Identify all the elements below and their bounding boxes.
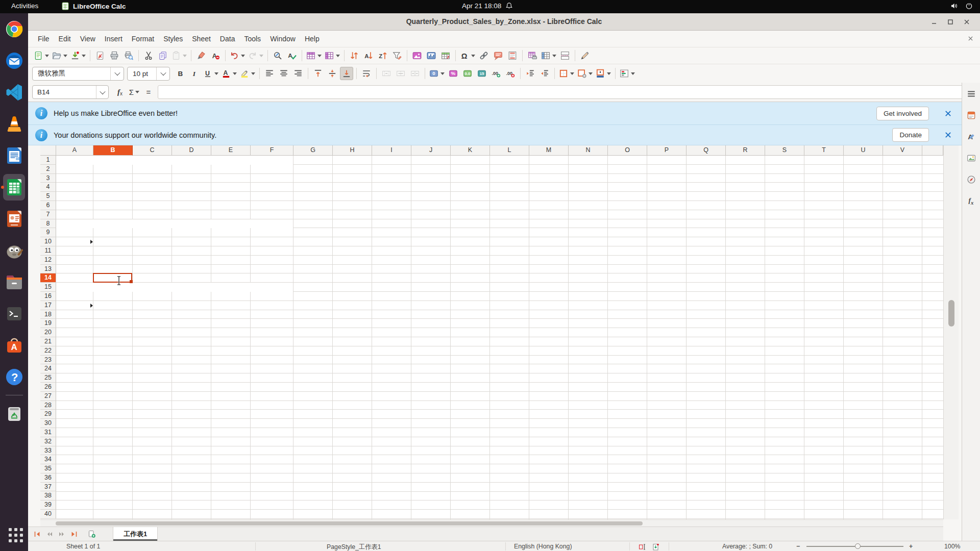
menu-edit[interactable]: Edit — [54, 32, 76, 45]
cell-E17[interactable] — [211, 301, 250, 310]
align-left-button[interactable] — [263, 67, 276, 80]
menu-insert[interactable]: Insert — [100, 32, 127, 45]
redo-dropdown-icon[interactable] — [259, 55, 263, 57]
active-cell-cursor[interactable] — [93, 273, 132, 283]
column-header-R[interactable]: R — [726, 145, 765, 156]
cell-C16[interactable] — [133, 292, 172, 301]
row-header-12[interactable]: 12 — [40, 256, 56, 265]
sidebar-sidebar-settings-button[interactable] — [964, 87, 978, 101]
decrease-indent-button[interactable] — [538, 67, 551, 80]
cell-grid[interactable] — [56, 156, 943, 519]
row-header-40[interactable]: 40 — [40, 510, 56, 519]
cell-A10[interactable] — [56, 237, 93, 246]
cell-A13[interactable] — [56, 265, 93, 274]
minimize-button[interactable] — [928, 16, 940, 28]
cell-A19[interactable] — [56, 319, 93, 328]
dock-vscode[interactable] — [0, 77, 28, 108]
menu-sheet[interactable]: Sheet — [187, 32, 215, 45]
select-all-corner[interactable] — [40, 145, 56, 156]
cell-B6[interactable] — [93, 201, 132, 210]
new-document-button[interactable] — [33, 49, 50, 62]
highlight-color-dropdown-icon[interactable] — [251, 72, 255, 75]
undo-button[interactable] — [229, 49, 246, 62]
dock-writer[interactable] — [0, 140, 28, 171]
activities-button[interactable]: Activities — [11, 2, 38, 10]
titlebar[interactable]: Quarterly_Product_Sales_by_Zone.xlsx - L… — [28, 13, 980, 31]
cell-A3[interactable] — [56, 174, 93, 183]
cell-A9[interactable] — [56, 228, 93, 237]
cell-D17[interactable] — [172, 301, 211, 310]
cell-F10[interactable] — [251, 237, 293, 246]
align-right-button[interactable] — [291, 67, 305, 80]
format-currency-button[interactable]: 0 — [428, 67, 446, 80]
borders-dropdown-icon[interactable] — [570, 72, 574, 75]
average-sum-status[interactable]: Average: ; Sum: 0 — [722, 543, 772, 550]
cell-B10[interactable] — [93, 237, 132, 246]
cell-B17[interactable] — [93, 301, 132, 310]
cell-C19[interactable] — [133, 319, 172, 328]
font-name-dropdown-icon[interactable] — [110, 67, 124, 80]
function-wizard-button[interactable]: fx — [113, 86, 127, 99]
dock-ubuntu-software[interactable]: A — [0, 330, 28, 361]
copy-button[interactable] — [156, 49, 169, 62]
center-vertically-button[interactable] — [326, 67, 339, 80]
cell-D4[interactable] — [172, 183, 211, 192]
add-decimal-button[interactable]: .00 — [489, 67, 503, 80]
menu-view[interactable]: View — [76, 32, 100, 45]
infobar-close-icon[interactable] — [942, 108, 953, 119]
cell-B13[interactable] — [93, 265, 132, 274]
insert-row-button[interactable] — [305, 49, 323, 62]
get-involved-button[interactable]: Get involved — [876, 107, 929, 120]
dock-impress[interactable] — [0, 203, 28, 235]
cell-C10[interactable] — [133, 237, 172, 246]
row-header-24[interactable]: 24 — [40, 364, 56, 373]
cell-A20[interactable] — [56, 328, 93, 337]
cell-D2[interactable] — [172, 165, 211, 174]
infobar-close-icon[interactable] — [942, 130, 953, 141]
row-header-25[interactable]: 25 — [40, 373, 56, 383]
cell-D19[interactable] — [172, 319, 211, 328]
row-header-39[interactable]: 39 — [40, 500, 56, 510]
sidebar-properties-button[interactable] — [964, 108, 978, 122]
dock-gimp[interactable] — [0, 235, 28, 266]
insert-column-button[interactable] — [324, 49, 341, 62]
close-button[interactable] — [961, 16, 973, 28]
clear-formatting-button[interactable]: A — [209, 49, 222, 62]
row-header-22[interactable]: 22 — [40, 346, 56, 356]
cell-F11[interactable] — [251, 246, 293, 256]
document-modified-icon[interactable] — [652, 543, 660, 551]
insert-pivot-table-button[interactable] — [439, 49, 452, 62]
cell-F19[interactable] — [251, 319, 293, 328]
sidebar-navigator-button[interactable] — [964, 172, 978, 187]
add-sheet-button[interactable] — [84, 527, 100, 541]
zoom-slider-thumb[interactable] — [855, 543, 861, 549]
sheet-tab[interactable]: 工作表1 — [113, 527, 158, 541]
special-character-dropdown-icon[interactable] — [471, 55, 475, 57]
fill-handle[interactable] — [130, 280, 133, 283]
zoom-in-icon[interactable]: + — [909, 543, 913, 550]
headers-footers-button[interactable] — [506, 49, 519, 62]
borders-button[interactable] — [558, 67, 575, 80]
column-header-G[interactable]: G — [293, 145, 333, 156]
menu-format[interactable]: Format — [127, 32, 159, 45]
undo-dropdown-icon[interactable] — [241, 55, 245, 57]
dock-thunderbird[interactable] — [0, 45, 28, 77]
cell-B19[interactable] — [93, 319, 132, 328]
dock-trash[interactable] — [0, 397, 28, 429]
row-header-31[interactable]: 31 — [40, 428, 56, 437]
cell-B9[interactable] — [93, 228, 132, 237]
menu-file[interactable]: File — [33, 32, 54, 45]
cell-D3[interactable] — [172, 174, 211, 183]
border-color-button[interactable] — [595, 67, 612, 80]
column-header-S[interactable]: S — [765, 145, 804, 156]
row-header-27[interactable]: 27 — [40, 392, 56, 401]
menu-help[interactable]: Help — [300, 32, 324, 45]
vertical-scrollbar[interactable] — [943, 145, 959, 519]
name-box-dropdown-icon[interactable] — [96, 86, 108, 98]
sort-button[interactable] — [348, 49, 361, 62]
print-area-button[interactable] — [526, 49, 539, 62]
row-header-35[interactable]: 35 — [40, 464, 56, 473]
row-header-11[interactable]: 11 — [40, 246, 56, 256]
row-header-30[interactable]: 30 — [40, 419, 56, 428]
row-header-8[interactable]: 8 — [40, 219, 56, 229]
